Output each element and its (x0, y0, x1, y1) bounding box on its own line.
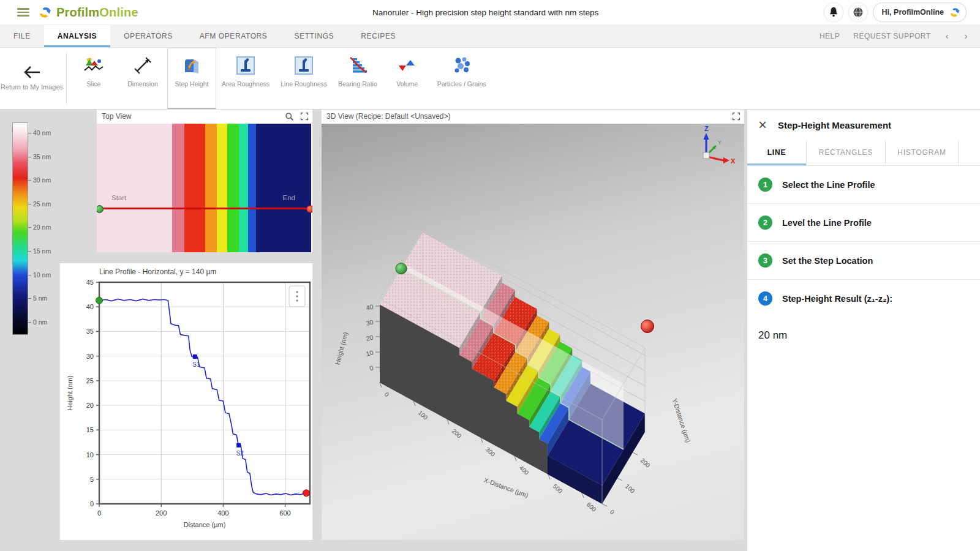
help-link[interactable]: HELP (820, 32, 840, 40)
profile-start-marker[interactable] (96, 297, 103, 304)
user-menu-button[interactable]: Hi, ProfilmOnline (873, 2, 967, 22)
step-label: Select the Line Profile (782, 180, 875, 190)
profilm-logo-icon (38, 5, 53, 20)
step-marker[interactable] (236, 443, 241, 448)
colorbar-label: 40 nm (33, 129, 51, 137)
svg-text:15: 15 (86, 426, 94, 433)
rough-icon (294, 54, 314, 77)
svg-text:10: 10 (86, 451, 94, 459)
fullscreen-icon[interactable] (300, 112, 309, 121)
brand-logo[interactable]: ProfilmOnline (38, 5, 138, 20)
chart-menu-button[interactable] (289, 286, 305, 307)
height-map-stripe (256, 124, 311, 252)
tool-volume[interactable]: Volume (383, 48, 432, 109)
menu-tab-recipes[interactable]: RECIPES (347, 25, 409, 47)
colorbar-tick (28, 322, 31, 323)
colorbar-tick (28, 133, 31, 133)
height-map-stripe (248, 124, 256, 252)
tool-particles-grains[interactable]: Particles / Grains (432, 48, 492, 109)
colorbar-tick (28, 227, 31, 228)
svg-text:600: 600 (279, 509, 290, 517)
menu-tab-analysis[interactable]: ANALYSIS (44, 25, 110, 47)
tool-label: Area Roughness (222, 80, 270, 88)
menu-tab-afm-operators[interactable]: AFM OPERATORS (186, 25, 281, 47)
svg-text:200: 200 (639, 457, 652, 469)
svg-text:35: 35 (86, 328, 94, 335)
step-label: Level the Line Profile (782, 218, 872, 228)
colorbar-label: 30 nm (33, 176, 51, 184)
tool-area-roughness[interactable]: Area Roughness (216, 48, 275, 109)
colorbar-tick (28, 157, 31, 157)
svg-text:30: 30 (365, 318, 374, 327)
measure-tab-histogram[interactable]: HISTOGRAM (886, 140, 959, 165)
surface-3d-view[interactable]: 0 10 20 30 40Height (nm) 0 100 200 300 4… (322, 124, 744, 540)
menu-tab-file[interactable]: FILE (0, 25, 44, 47)
profile-line[interactable] (97, 208, 311, 209)
svg-text:Y: Y (718, 140, 722, 146)
bearing-icon (348, 54, 368, 77)
height-map-stripe (205, 124, 217, 252)
request-support-link[interactable]: REQUEST SUPPORT (853, 32, 930, 40)
line-profile-chart[interactable]: 0510152025303540450200400600Distance (µm… (60, 276, 312, 543)
language-button[interactable] (848, 2, 868, 22)
tool-label: Step Height (175, 80, 209, 88)
tool-line-roughness[interactable]: Line Roughness (275, 48, 333, 109)
user-greeting: Hi, ProfilmOnline (882, 8, 944, 17)
svg-text:40: 40 (86, 303, 94, 310)
svg-text:30: 30 (86, 353, 94, 360)
svg-text:Height (nm): Height (nm) (333, 331, 349, 365)
brand-wordmark: ProfilmOnline (56, 6, 138, 20)
svg-text:40: 40 (365, 302, 374, 312)
end-sphere-marker[interactable] (641, 320, 654, 333)
tool-label: Volume (396, 80, 418, 88)
svg-text:S2: S2 (236, 450, 244, 457)
menu-tab-operators[interactable]: OPERATORS (110, 25, 186, 47)
svg-text:25: 25 (86, 377, 94, 384)
wizard-step-4[interactable]: 4Step-Height Result (z₁-z₂): (747, 280, 980, 317)
svg-text:200: 200 (156, 509, 167, 517)
measure-tab-line[interactable]: LINE (747, 140, 807, 165)
view-3d-panel: 3D View (Recipe: Default <Unsaved>) 0 10… (322, 109, 744, 540)
profile-end-label: End (283, 194, 295, 201)
notifications-button[interactable] (824, 2, 843, 22)
dimension-icon (134, 54, 152, 77)
height-map-stripe (172, 124, 184, 252)
step-number-badge: 4 (758, 291, 772, 305)
height-map-stripe (227, 124, 239, 252)
wizard-step-2[interactable]: 2Level the Line Profile (747, 204, 980, 242)
wizard-step-3[interactable]: 3Set the Step Location (747, 242, 980, 280)
measure-tab-rectangles[interactable]: RECTANGLES (807, 140, 886, 165)
menu-tab-settings[interactable]: SETTINGS (281, 25, 347, 47)
profile-end-handle[interactable] (306, 205, 312, 213)
axis-triad-icon: Y Z X (703, 125, 736, 165)
close-icon[interactable]: × (758, 119, 767, 131)
slice-icon (83, 54, 104, 77)
colorbar-label: 35 nm (33, 153, 51, 160)
zoom-icon[interactable] (285, 112, 294, 121)
tool-dimension[interactable]: Dimension (118, 48, 167, 109)
svg-text:600: 600 (586, 501, 598, 513)
svg-text:Z: Z (704, 125, 709, 132)
chevron-right-icon[interactable]: › (963, 31, 969, 41)
top-view-image[interactable]: Start End (97, 124, 312, 252)
profile-start-handle[interactable] (97, 205, 104, 213)
tool-bearing-ratio[interactable]: Bearing Ratio (333, 48, 383, 109)
start-sphere-marker[interactable] (396, 263, 407, 274)
step-marker[interactable] (193, 354, 197, 359)
svg-text:0: 0 (97, 509, 101, 517)
tool-label: Particles / Grains (437, 80, 486, 88)
profile-start-label: Start (111, 194, 126, 201)
height-map-stripe (239, 124, 248, 252)
height-map-stripe (217, 124, 227, 252)
chevron-left-icon[interactable]: ‹ (944, 31, 950, 41)
hamburger-menu-icon[interactable] (17, 8, 29, 17)
tool-step-height[interactable]: Step Height (167, 48, 216, 109)
line-profile-title: Line Profile - Horizontal, y = 140 µm (60, 263, 312, 276)
tool-label: Line Roughness (281, 80, 327, 88)
step-number-badge: 2 (758, 216, 772, 230)
fullscreen-icon[interactable] (732, 112, 741, 121)
return-to-my-images-button[interactable]: Return to My Images (0, 48, 64, 109)
tool-slice[interactable]: Slice (69, 48, 118, 109)
wizard-step-1[interactable]: 1Select the Line Profile (747, 166, 980, 204)
profile-end-marker[interactable] (303, 490, 309, 497)
